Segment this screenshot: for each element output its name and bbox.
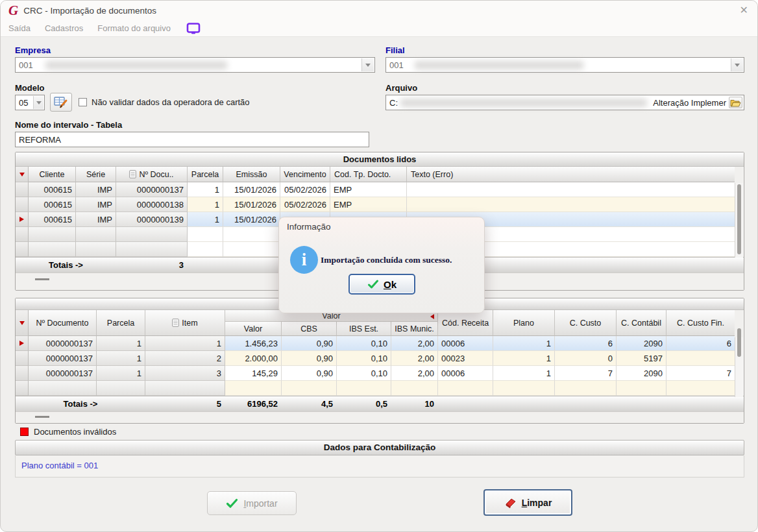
title-bar: G CRC - Importação de documentos (1, 1, 757, 20)
close-icon[interactable]: ✕ (740, 4, 748, 16)
arquivo-label: Arquivo (385, 83, 417, 93)
window-title: CRC - Importação de documentos (23, 6, 156, 16)
filial-label: Filial (385, 45, 405, 55)
redacted-text (415, 61, 583, 69)
splitter-handle[interactable] (35, 416, 49, 418)
splitter-handle[interactable] (35, 278, 49, 280)
importar-button[interactable]: Importar (207, 491, 297, 515)
nao-validar-label[interactable]: Não validar dados da operadora de cartão (92, 97, 250, 107)
col-header-num-doc[interactable]: Nº Docu.. (116, 167, 188, 182)
col-header-c-custo-fin[interactable]: C. Custo Fin. (666, 310, 735, 336)
plano-contabil-text: Plano contábil = 001 (21, 461, 98, 470)
valor-column-group: Valor Valor CBS IBS Est. IBS Munic. (225, 310, 438, 336)
modelo-dropdown-icon[interactable] (33, 96, 43, 109)
col-header-item[interactable]: Item (145, 310, 225, 336)
legend-label: Documentos inválidos (34, 427, 116, 437)
totais-label: Totais -> (16, 258, 116, 272)
col-header-emissao[interactable]: Emissão (223, 167, 280, 182)
table-pencil-icon (54, 96, 68, 108)
info-dialog: Informação i Importação concluída com su… (278, 217, 485, 313)
filial-select[interactable]: 001 (385, 57, 744, 73)
col-header-ibs-est[interactable]: IBS Est. (337, 322, 391, 336)
col-header-c-custo[interactable]: C. Custo (555, 310, 617, 336)
menu-bar: Saída Cadastros Formato do arquivo (1, 20, 757, 37)
document-icon (172, 319, 179, 327)
sort-indicator-icon (19, 321, 25, 325)
totais-valor: 6196,52 (225, 396, 282, 411)
totais-label: Totais -> (16, 396, 145, 411)
empresa-label: Empresa (15, 45, 51, 55)
vertical-scrollbar[interactable] (735, 337, 743, 397)
col-header-ibs-munic[interactable]: IBS Munic. (391, 322, 438, 336)
col-header-valor[interactable]: Valor (225, 322, 282, 336)
totais-cbs: 4,5 (282, 396, 337, 411)
col-header-cbs[interactable]: CBS (282, 322, 337, 336)
totais-count: 3 (116, 258, 188, 272)
documentos-lidos-title: Documentos lidos (16, 152, 744, 167)
col-header-cod-receita[interactable]: Cód. Receita (438, 310, 493, 336)
table-row[interactable]: 000615 IMP 0000000138 1 15/01/2026 05/02… (16, 197, 735, 212)
modelo-label: Modelo (15, 83, 45, 93)
dialog-message: Importação concluída com sucesso. (321, 255, 484, 265)
table-row-selected[interactable]: 0000000137 1 1 1.456,23 0,90 0,10 2,00 0… (16, 336, 735, 351)
invalid-docs-legend: Documentos inválidos (20, 427, 116, 437)
empresa-select[interactable]: 001 (15, 57, 375, 73)
nao-validar-checkbox[interactable] (79, 98, 87, 106)
contabilizacao-header: Dados para Contabilização (15, 440, 744, 455)
info-icon: i (290, 246, 318, 274)
grid-footer-strip (16, 411, 744, 423)
intervalo-input[interactable]: REFORMA (15, 132, 369, 147)
empresa-dropdown-icon[interactable] (361, 58, 374, 71)
check-icon (367, 280, 379, 289)
table-row[interactable]: 0000000137 1 3 145,29 0,90 0,10 2,00 000… (16, 366, 735, 381)
col-header-cod-tp-docto[interactable]: Cod. Tp. Docto. (330, 167, 407, 182)
red-square-icon (20, 428, 29, 436)
modelo-select[interactable]: 05 (15, 95, 45, 110)
col-header-parcela[interactable]: Parcela (188, 167, 223, 182)
table-row[interactable]: 0000000137 1 2 2.000,00 0,90 0,10 2,00 0… (16, 351, 735, 366)
vertical-scrollbar[interactable] (735, 183, 743, 258)
contabilizacao-panel: Plano contábil = 001 (15, 455, 744, 478)
limpar-button[interactable]: Limpar (483, 489, 572, 516)
edit-model-button[interactable] (50, 93, 72, 112)
intervalo-label: Nome do intervalo - Tabela (15, 120, 122, 130)
ok-button[interactable]: Ok (348, 274, 415, 295)
scrollbar-thumb[interactable] (737, 184, 741, 254)
arquivo-input[interactable]: C: Alteração Implemer (385, 95, 744, 110)
current-row-icon (19, 217, 24, 222)
menu-saida[interactable]: Saída (8, 23, 31, 33)
eraser-icon (504, 497, 517, 509)
monitor-icon[interactable] (186, 23, 201, 34)
col-header-parcela[interactable]: Parcela (97, 310, 145, 336)
itens-totais-row: Totais -> 5 6196,52 4,5 0,5 10 (16, 396, 744, 411)
col-header-texto-erro[interactable]: Texto (Erro) (407, 167, 735, 182)
menu-cadastros[interactable]: Cadastros (45, 23, 83, 33)
browse-file-button[interactable] (729, 97, 742, 108)
group-collapse-icon[interactable] (430, 314, 434, 319)
indicator-header-cell (16, 167, 29, 182)
open-folder-icon (730, 99, 741, 107)
app-logo-icon: G (8, 4, 18, 17)
filial-dropdown-icon[interactable] (731, 58, 743, 71)
col-header-plano[interactable]: Plano (493, 310, 555, 336)
sort-indicator-icon (19, 173, 25, 176)
col-header-num-documento[interactable]: Nº Documento (29, 310, 97, 336)
col-header-serie[interactable]: Série (76, 167, 116, 182)
check-icon (226, 498, 238, 509)
app-window: G CRC - Importação de documentos ✕ Saída… (0, 0, 758, 532)
col-header-c-contabil[interactable]: C. Contábil (617, 310, 666, 336)
redacted-text (400, 99, 647, 107)
dialog-title: Informação (287, 222, 331, 232)
totais-ibs-munic: 10 (391, 396, 438, 411)
scrollbar-thumb[interactable] (737, 328, 741, 357)
itens-documento-table: Nº Documento Parcela Item Valor Valor CB… (15, 298, 744, 424)
table-row[interactable]: 000615 IMP 0000000137 1 15/01/2026 05/02… (16, 182, 735, 197)
menu-formato-arquivo[interactable]: Formato do arquivo (97, 23, 171, 33)
col-header-cliente[interactable]: Cliente (29, 167, 76, 182)
totais-count: 5 (145, 396, 225, 411)
totais-ibs-est: 0,5 (337, 396, 391, 411)
arquivo-filename: Alteração Implemer (653, 98, 726, 108)
redacted-text (45, 61, 227, 69)
document-icon (129, 170, 136, 178)
col-header-vencimento[interactable]: Vencimento (280, 167, 330, 182)
